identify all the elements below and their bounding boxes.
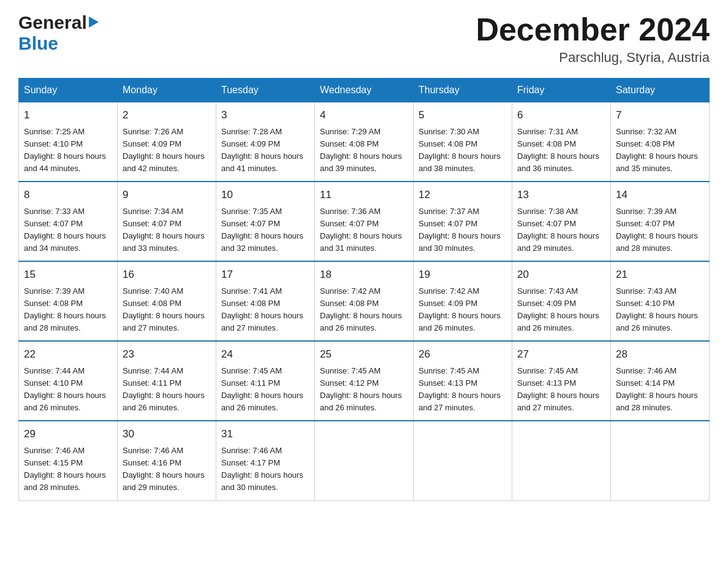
calendar-day-cell: 10Sunrise: 7:35 AMSunset: 4:07 PMDayligh… [216, 182, 315, 261]
day-number: 16 [123, 267, 211, 283]
calendar-day-cell: 31Sunrise: 7:46 AMSunset: 4:17 PMDayligh… [216, 421, 315, 500]
weekday-header: Monday [118, 79, 216, 102]
day-number: 20 [517, 267, 605, 283]
day-detail: Sunrise: 7:41 AMSunset: 4:08 PMDaylight:… [221, 285, 309, 335]
day-number: 28 [616, 347, 704, 362]
day-number: 21 [616, 267, 704, 283]
day-number: 17 [221, 267, 309, 283]
calendar-week-row: 8Sunrise: 7:33 AMSunset: 4:07 PMDaylight… [19, 182, 710, 261]
day-detail: Sunrise: 7:45 AMSunset: 4:12 PMDaylight:… [320, 365, 408, 415]
calendar-day-cell: 1Sunrise: 7:25 AMSunset: 4:10 PMDaylight… [19, 102, 118, 182]
calendar-day-cell: 9Sunrise: 7:34 AMSunset: 4:07 PMDaylight… [118, 182, 216, 261]
day-detail: Sunrise: 7:43 AMSunset: 4:09 PMDaylight:… [517, 285, 605, 335]
calendar-week-row: 29Sunrise: 7:46 AMSunset: 4:15 PMDayligh… [19, 421, 710, 500]
day-detail: Sunrise: 7:35 AMSunset: 4:07 PMDaylight:… [221, 205, 309, 255]
logo-general: General [18, 12, 87, 33]
calendar-day-cell: 2Sunrise: 7:26 AMSunset: 4:09 PMDaylight… [118, 102, 216, 182]
day-detail: Sunrise: 7:45 AMSunset: 4:13 PMDaylight:… [419, 365, 507, 415]
day-detail: Sunrise: 7:33 AMSunset: 4:07 PMDaylight:… [24, 205, 112, 255]
day-detail: Sunrise: 7:30 AMSunset: 4:08 PMDaylight:… [419, 126, 507, 175]
calendar-day-cell: 21Sunrise: 7:43 AMSunset: 4:10 PMDayligh… [611, 261, 710, 341]
day-detail: Sunrise: 7:42 AMSunset: 4:08 PMDaylight:… [320, 285, 408, 335]
day-detail: Sunrise: 7:37 AMSunset: 4:07 PMDaylight:… [419, 205, 507, 255]
day-detail: Sunrise: 7:44 AMSunset: 4:10 PMDaylight:… [24, 365, 112, 415]
day-number: 30 [123, 426, 211, 442]
calendar-day-cell: 28Sunrise: 7:46 AMSunset: 4:14 PMDayligh… [611, 341, 710, 421]
day-number: 3 [221, 107, 309, 123]
day-number: 15 [24, 267, 112, 283]
calendar-day-cell: 4Sunrise: 7:29 AMSunset: 4:08 PMDaylight… [315, 102, 414, 182]
day-number: 31 [221, 426, 309, 442]
calendar-day-cell: 8Sunrise: 7:33 AMSunset: 4:07 PMDaylight… [19, 182, 118, 261]
day-number: 6 [517, 107, 605, 123]
day-detail: Sunrise: 7:46 AMSunset: 4:16 PMDaylight:… [123, 445, 211, 494]
calendar-day-cell: 26Sunrise: 7:45 AMSunset: 4:13 PMDayligh… [414, 341, 512, 421]
day-number: 4 [320, 107, 408, 123]
day-number: 12 [419, 187, 507, 203]
calendar-day-cell [512, 421, 611, 500]
day-number: 10 [221, 187, 309, 203]
day-number: 2 [123, 107, 211, 123]
calendar-day-cell: 22Sunrise: 7:44 AMSunset: 4:10 PMDayligh… [19, 341, 118, 421]
day-number: 26 [419, 347, 507, 362]
day-detail: Sunrise: 7:32 AMSunset: 4:08 PMDaylight:… [616, 126, 704, 175]
day-number: 23 [123, 347, 211, 362]
day-detail: Sunrise: 7:34 AMSunset: 4:07 PMDaylight:… [123, 205, 211, 255]
calendar-day-cell: 17Sunrise: 7:41 AMSunset: 4:08 PMDayligh… [216, 261, 315, 341]
day-number: 8 [24, 187, 112, 203]
calendar-day-cell: 15Sunrise: 7:39 AMSunset: 4:08 PMDayligh… [19, 261, 118, 341]
day-detail: Sunrise: 7:44 AMSunset: 4:11 PMDaylight:… [123, 365, 211, 415]
location-subtitle: Parschlug, Styria, Austria [476, 50, 710, 66]
calendar-day-cell: 11Sunrise: 7:36 AMSunset: 4:07 PMDayligh… [315, 182, 414, 261]
calendar-day-cell: 5Sunrise: 7:30 AMSunset: 4:08 PMDaylight… [414, 102, 512, 182]
calendar-week-row: 15Sunrise: 7:39 AMSunset: 4:08 PMDayligh… [19, 261, 710, 341]
day-detail: Sunrise: 7:31 AMSunset: 4:08 PMDaylight:… [517, 126, 605, 175]
title-area: December 2024 Parschlug, Styria, Austria [476, 12, 710, 66]
day-number: 29 [24, 426, 112, 442]
calendar-week-row: 22Sunrise: 7:44 AMSunset: 4:10 PMDayligh… [19, 341, 710, 421]
day-detail: Sunrise: 7:26 AMSunset: 4:09 PMDaylight:… [123, 126, 211, 175]
day-detail: Sunrise: 7:45 AMSunset: 4:11 PMDaylight:… [221, 365, 309, 415]
day-detail: Sunrise: 7:40 AMSunset: 4:08 PMDaylight:… [123, 285, 211, 335]
day-number: 22 [24, 347, 112, 362]
weekday-header: Sunday [19, 79, 118, 102]
day-number: 25 [320, 347, 408, 362]
day-number: 7 [616, 107, 704, 123]
day-detail: Sunrise: 7:46 AMSunset: 4:17 PMDaylight:… [221, 445, 309, 494]
day-detail: Sunrise: 7:36 AMSunset: 4:07 PMDaylight:… [320, 205, 408, 255]
weekday-header: Saturday [611, 79, 710, 102]
day-number: 5 [419, 107, 507, 123]
weekday-header: Tuesday [216, 79, 315, 102]
calendar-day-cell: 14Sunrise: 7:39 AMSunset: 4:07 PMDayligh… [611, 182, 710, 261]
calendar-week-row: 1Sunrise: 7:25 AMSunset: 4:10 PMDaylight… [19, 102, 710, 182]
day-detail: Sunrise: 7:45 AMSunset: 4:13 PMDaylight:… [517, 365, 605, 415]
day-number: 19 [419, 267, 507, 283]
weekday-header: Wednesday [315, 79, 414, 102]
calendar-day-cell: 20Sunrise: 7:43 AMSunset: 4:09 PMDayligh… [512, 261, 611, 341]
day-number: 11 [320, 187, 408, 203]
day-detail: Sunrise: 7:39 AMSunset: 4:08 PMDaylight:… [24, 285, 112, 335]
calendar-day-cell: 29Sunrise: 7:46 AMSunset: 4:15 PMDayligh… [19, 421, 118, 500]
calendar-day-cell [315, 421, 414, 500]
calendar-day-cell: 16Sunrise: 7:40 AMSunset: 4:08 PMDayligh… [118, 261, 216, 341]
calendar-day-cell: 12Sunrise: 7:37 AMSunset: 4:07 PMDayligh… [414, 182, 512, 261]
day-detail: Sunrise: 7:42 AMSunset: 4:09 PMDaylight:… [419, 285, 507, 335]
logo-blue: Blue [18, 33, 58, 53]
day-number: 13 [517, 187, 605, 203]
calendar-day-cell: 3Sunrise: 7:28 AMSunset: 4:09 PMDaylight… [216, 102, 315, 182]
calendar-day-cell: 18Sunrise: 7:42 AMSunset: 4:08 PMDayligh… [315, 261, 414, 341]
day-number: 14 [616, 187, 704, 203]
logo-arrow-icon [89, 17, 99, 28]
day-detail: Sunrise: 7:46 AMSunset: 4:14 PMDaylight:… [616, 365, 704, 415]
logo: General Blue [18, 12, 99, 54]
day-number: 24 [221, 347, 309, 362]
calendar-day-cell: 23Sunrise: 7:44 AMSunset: 4:11 PMDayligh… [118, 341, 216, 421]
calendar-day-cell [611, 421, 710, 500]
page-header: General Blue December 2024 Parschlug, St… [18, 12, 710, 66]
calendar-day-cell: 24Sunrise: 7:45 AMSunset: 4:11 PMDayligh… [216, 341, 315, 421]
calendar-day-cell: 13Sunrise: 7:38 AMSunset: 4:07 PMDayligh… [512, 182, 611, 261]
calendar-day-cell: 27Sunrise: 7:45 AMSunset: 4:13 PMDayligh… [512, 341, 611, 421]
day-detail: Sunrise: 7:29 AMSunset: 4:08 PMDaylight:… [320, 126, 408, 175]
calendar-day-cell: 19Sunrise: 7:42 AMSunset: 4:09 PMDayligh… [414, 261, 512, 341]
day-detail: Sunrise: 7:38 AMSunset: 4:07 PMDaylight:… [517, 205, 605, 255]
